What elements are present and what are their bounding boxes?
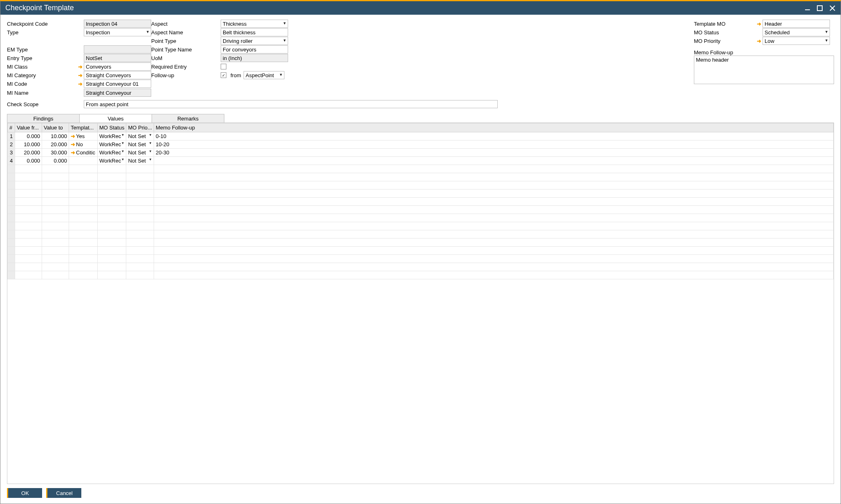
chevron-down-icon[interactable]: ▼ [121, 149, 125, 153]
table-row[interactable] [8, 247, 834, 255]
uom-label: UoM [151, 55, 221, 61]
chevron-down-icon[interactable]: ▼ [283, 38, 286, 42]
table-row[interactable] [8, 263, 834, 271]
grid-header-row: # Value fr... Value to Templat... MO Sta… [8, 123, 834, 132]
form-area: Checkpoint Code Inspection 04 Type Inspe… [7, 20, 834, 97]
aspect-name-label: Aspect Name [151, 29, 221, 36]
uom-input[interactable]: in (Inch) [221, 54, 288, 62]
chevron-down-icon[interactable]: ▼ [149, 149, 152, 153]
table-row[interactable] [8, 271, 834, 279]
table-row[interactable] [8, 173, 834, 181]
col-left: Checkpoint Code Inspection 04 Type Inspe… [7, 20, 151, 97]
aspect-name-input[interactable]: Belt thickness [221, 28, 288, 36]
required-entry-checkbox[interactable] [221, 64, 226, 69]
link-arrow-icon[interactable]: ➜ [76, 64, 84, 70]
link-arrow-icon[interactable]: ➜ [76, 81, 84, 87]
check-scope-input[interactable]: From aspect point [84, 100, 498, 108]
link-arrow-icon[interactable]: ➜ [76, 72, 84, 78]
followup-checkbox[interactable]: ✓ [221, 72, 226, 78]
tab-findings[interactable]: Findings [7, 114, 80, 123]
chevron-down-icon[interactable]: ▼ [825, 30, 828, 34]
mi-class-input[interactable]: Conveyors [84, 62, 151, 71]
values-grid[interactable]: # Value fr... Value to Templat... MO Sta… [7, 123, 834, 484]
col-template[interactable]: Templat... [69, 123, 98, 132]
table-row[interactable]: 10.00010.000➜YesWorkRec▼Not Set▼0-10 [8, 132, 834, 140]
template-mo-label: Template MO [694, 21, 755, 27]
point-type-name-input[interactable]: For conveyors [221, 45, 288, 54]
chevron-down-icon[interactable]: ▼ [149, 141, 152, 145]
col-mo-status[interactable]: MO Status [98, 123, 126, 132]
col-value-to[interactable]: Value to [42, 123, 69, 132]
chevron-down-icon[interactable]: ▼ [121, 141, 125, 145]
table-row[interactable]: 40.0000.000WorkRec▼Not Set▼ [8, 157, 834, 165]
close-icon[interactable] [829, 5, 836, 11]
maximize-icon[interactable] [817, 5, 823, 11]
mo-priority-select[interactable]: Low▼ [763, 37, 830, 45]
tab-remarks[interactable]: Remarks [152, 114, 224, 123]
required-entry-label: Required Entry [151, 64, 221, 70]
mi-code-input[interactable]: Straight Conveyour 01 [84, 80, 151, 88]
check-scope-label: Check Scope [7, 101, 76, 107]
mi-name-label: MI Name [7, 90, 76, 96]
table-row[interactable] [8, 255, 834, 263]
table-row[interactable]: 210.00020.000➜NoWorkRec▼Not Set▼10-20 [8, 140, 834, 149]
followup-from-select[interactable]: AspectPoint▼ [244, 71, 284, 79]
em-type-input[interactable] [84, 45, 151, 54]
ok-button[interactable]: OK [7, 488, 42, 498]
col-memo-followup[interactable]: Memo Follow-up [154, 123, 833, 132]
tabs-wrap: Findings Values Remarks # Value fr... Va… [7, 114, 834, 484]
link-arrow-icon[interactable]: ➜ [71, 141, 75, 147]
footer: OK Cancel [0, 484, 841, 504]
mi-name-input[interactable]: Straight Conveyour [84, 89, 151, 97]
table-row[interactable] [8, 198, 834, 206]
link-arrow-icon[interactable]: ➜ [71, 133, 75, 139]
table-row[interactable] [8, 165, 834, 173]
point-type-select[interactable]: Driving roller▼ [221, 37, 288, 45]
cancel-button[interactable]: Cancel [46, 488, 81, 498]
memo-followup-label: Memo Follow-up [694, 49, 834, 56]
em-type-label: EM Type [7, 47, 76, 53]
col-right: Template MO ➜ Header MO Status Scheduled… [694, 20, 834, 97]
chevron-down-icon[interactable]: ▼ [146, 30, 150, 34]
table-row[interactable]: 320.00030.000➜ConditicWorkRec▼Not Set▼20… [8, 149, 834, 157]
aspect-select[interactable]: Thickness▼ [221, 20, 288, 28]
checkpoint-code-input[interactable]: Inspection 04 [84, 20, 151, 28]
entry-type-input[interactable]: NotSet [84, 54, 151, 62]
table-row[interactable] [8, 230, 834, 239]
table-row[interactable] [8, 181, 834, 190]
minimize-icon[interactable] [805, 5, 811, 11]
table-row[interactable] [8, 239, 834, 247]
chevron-down-icon[interactable]: ▼ [121, 133, 125, 137]
table-row[interactable] [8, 206, 834, 214]
template-mo-input[interactable]: Header [763, 20, 830, 28]
window-title: Checkpoint Template [5, 4, 74, 12]
col-mo-priority[interactable]: MO Prio... [126, 123, 154, 132]
mo-status-label: MO Status [694, 29, 755, 36]
svg-rect-1 [817, 6, 822, 11]
type-label: Type [7, 29, 76, 36]
table-row[interactable] [8, 190, 834, 198]
col-num[interactable]: # [8, 123, 15, 132]
link-arrow-icon[interactable]: ➜ [755, 38, 763, 44]
chevron-down-icon[interactable]: ▼ [279, 73, 283, 77]
window-controls [805, 5, 836, 11]
link-arrow-icon[interactable]: ➜ [755, 21, 763, 27]
mi-category-input[interactable]: Straight Conveyors [84, 71, 151, 79]
link-arrow-icon[interactable]: ➜ [71, 149, 75, 156]
point-type-label: Point Type [151, 38, 221, 44]
memo-followup-textarea[interactable] [694, 56, 834, 84]
followup-from-label: from [230, 72, 241, 78]
chevron-down-icon[interactable]: ▼ [149, 133, 152, 137]
type-select[interactable]: Inspection▼ [84, 28, 151, 36]
mo-status-select[interactable]: Scheduled▼ [763, 28, 830, 36]
chevron-down-icon[interactable]: ▼ [149, 158, 152, 161]
window: Checkpoint Template Checkpoint Code Insp… [0, 0, 841, 504]
table-row[interactable] [8, 214, 834, 222]
mi-code-label: MI Code [7, 81, 76, 87]
table-row[interactable] [8, 222, 834, 230]
chevron-down-icon[interactable]: ▼ [825, 38, 828, 42]
chevron-down-icon[interactable]: ▼ [283, 21, 286, 25]
chevron-down-icon[interactable]: ▼ [121, 158, 125, 161]
tab-values[interactable]: Values [79, 114, 152, 123]
col-value-from[interactable]: Value fr... [15, 123, 42, 132]
